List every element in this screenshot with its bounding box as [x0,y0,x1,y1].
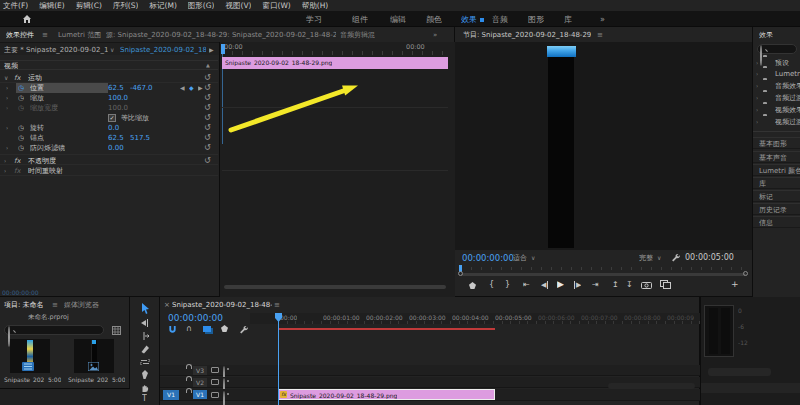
timeline-tab-close-icon[interactable]: × [164,301,170,309]
program-scrubber[interactable] [461,273,746,276]
folder-expander-icon[interactable]: › [756,106,758,113]
dock-panel-markers[interactable]: 标记 [753,190,800,202]
motion-reset-icon[interactable]: ↺ [204,73,211,83]
mini-timeline-scrollbar[interactable] [224,285,446,289]
project-item-sequence[interactable] [10,339,50,373]
track-v2-label[interactable]: V2 [193,378,207,387]
track-sync-icon[interactable] [211,379,219,385]
workspace-tab-color[interactable]: 颜色 [426,15,442,25]
workspace-overflow-icon[interactable]: » [600,15,605,25]
snap-magnet-icon[interactable] [168,325,177,334]
workspace-tab-edit[interactable]: 编辑 [390,15,406,25]
scale-expander-icon[interactable]: › [6,94,8,101]
anchor-row[interactable]: ◷ 锚点 62.5 517.5 ↺ [0,133,218,143]
workspace-tab-effects-menu-icon[interactable] [480,18,484,22]
project-panel-menu-icon[interactable]: ≡ [52,301,58,309]
timeline-settings-wrench-icon[interactable] [239,325,248,334]
project-file-name[interactable]: 未命名.prproj [28,314,69,322]
folder-expander-icon[interactable]: › [756,70,758,77]
scrollbar-fragment[interactable] [701,383,800,393]
dock-panel-essential-graphics[interactable]: 基本图形 [753,137,800,149]
linked-selection-icon[interactable]: ∩ [186,324,192,334]
tab-effects[interactable]: 效果 [759,31,773,39]
rotation-expander-icon[interactable]: › [6,124,8,131]
menu-graphics[interactable]: 图形(G) [188,1,215,11]
nest-sequence-icon[interactable] [203,326,211,332]
dock-panel-libraries[interactable]: 库 [753,177,800,189]
timeline-timecode[interactable]: 00:00:00:00 [168,313,223,324]
timeline-ruler[interactable]: 00:00 00:00:01:00 00:00:02:00 00:00:03:0… [250,313,700,324]
position-x-value[interactable]: 62.5 [108,84,124,92]
track-sync-icon[interactable] [211,392,219,398]
project-item-name[interactable]: Snipaste_2020-09-... [68,376,108,383]
timeline-panel-menu-icon[interactable]: ≡ [274,301,280,309]
scroll-up-icon[interactable]: ▲ [206,62,210,68]
menu-file[interactable]: 文件(F) [3,1,28,11]
scrollbar-fragment[interactable] [708,368,771,376]
anchor-y-value[interactable]: 517.5 [130,134,150,142]
folder-expander-icon[interactable]: › [756,118,758,125]
dock-panel-essential-sound[interactable]: 基本声音 [753,151,800,163]
scale-value[interactable]: 100.0 [108,94,128,102]
ripple-edit-tool-icon[interactable] [140,331,150,341]
step-forward-icon[interactable]: ▶ [574,281,581,289]
track-v3-label[interactable]: V3 [193,366,207,375]
time-remap-section-label[interactable]: 时间重映射 [28,167,63,175]
menu-sequence[interactable]: 序列(S) [113,1,139,11]
timeline-playhead-line[interactable] [278,313,279,405]
scale-width-reset-icon[interactable]: ↺ [204,103,211,113]
panel-tab-overflow-icon[interactable]: » [433,31,437,39]
position-stopwatch-icon[interactable]: ◷ [18,84,24,92]
menu-clip[interactable]: 剪辑(C) [76,1,102,11]
antiflicker-stopwatch-icon[interactable]: ◷ [18,144,24,152]
program-fit-select[interactable]: 适合 [513,254,527,262]
tab-media-browser[interactable]: 媒体浏览器 [64,301,99,309]
rotation-reset-icon[interactable]: ↺ [204,123,211,133]
go-to-in-icon[interactable]: ⇤ [523,280,530,290]
program-settings-wrench-icon[interactable] [671,253,680,262]
anchor-reset-icon[interactable]: ↺ [204,133,211,143]
workspace-tab-libraries[interactable]: 库 [564,15,572,25]
mini-playhead[interactable] [221,44,225,54]
button-editor-plus[interactable]: + [731,279,739,290]
motion-expander-icon[interactable]: ∨ [4,74,8,81]
effects-folder-audio-effects[interactable]: › 音频效果 [753,80,800,91]
timeline-add-marker-icon[interactable] [221,325,228,332]
folder-expander-icon[interactable]: › [756,94,758,101]
pen-tool-icon[interactable] [140,370,150,380]
antiflicker-reset-icon[interactable]: ↺ [204,143,211,153]
menu-markers[interactable]: 标记(M) [149,1,176,11]
workspace-tab-learn[interactable]: 学习 [306,15,322,25]
tab-audio-clip-mixer[interactable]: 音频剪辑混 [340,31,375,39]
rotation-value[interactable]: 0.0 [108,124,119,132]
slip-tool-icon[interactable] [140,357,150,367]
effects-folder-audio-transitions[interactable]: › 音频过渡 [753,92,800,103]
time-remap-expander-icon[interactable]: › [4,167,6,174]
home-icon[interactable] [22,14,32,24]
play-icon[interactable]: ▶ [557,279,564,290]
lift-icon[interactable]: ↥ [612,280,619,290]
track-v1-eye-icon[interactable] [223,391,225,405]
menu-edit[interactable]: 编辑(E) [39,1,65,11]
effects-folder-lumetri-presets[interactable]: › Lumetri 预设 [753,68,800,79]
antiflicker-expander-icon[interactable]: › [6,144,8,151]
master-clip-caret-icon[interactable]: ∨ [110,46,114,53]
antiflicker-value[interactable]: 0.00 [108,144,124,152]
tab-source-monitor[interactable]: 源: Snipaste_2020-09-02_18-48-29: Snipast… [106,31,336,39]
workspace-tab-graphics[interactable]: 图形 [528,15,544,25]
dock-panel-lumetri-color[interactable]: Lumetri 颜色 [753,164,800,176]
track-v1-label[interactable]: V1 [193,390,207,399]
program-timecode[interactable]: 00:00:00:00 [462,253,514,263]
position-row[interactable]: › ◷ 位置 62.5 -467.0 ◀ ◆ ▶ ↺ [0,83,218,93]
workspace-tab-effects[interactable]: 效果 [461,15,477,25]
play-video-toggle-icon[interactable]: ▶ [209,46,214,53]
effects-folder-video-transitions[interactable]: › 视频过渡 [753,116,800,127]
master-clip-label[interactable]: 主要 * Snipaste_2020-09-02_18-48-29 [4,46,108,54]
hand-tool-icon[interactable] [140,383,150,393]
workspace-tab-audio[interactable]: 音频 [492,15,508,25]
type-tool-icon[interactable]: T [142,394,147,404]
scale-stopwatch-icon[interactable]: ◷ [18,94,24,102]
compare-view-icon[interactable] [660,280,671,289]
track-sync-icon[interactable] [211,367,219,373]
effects-search-input[interactable] [757,44,797,54]
